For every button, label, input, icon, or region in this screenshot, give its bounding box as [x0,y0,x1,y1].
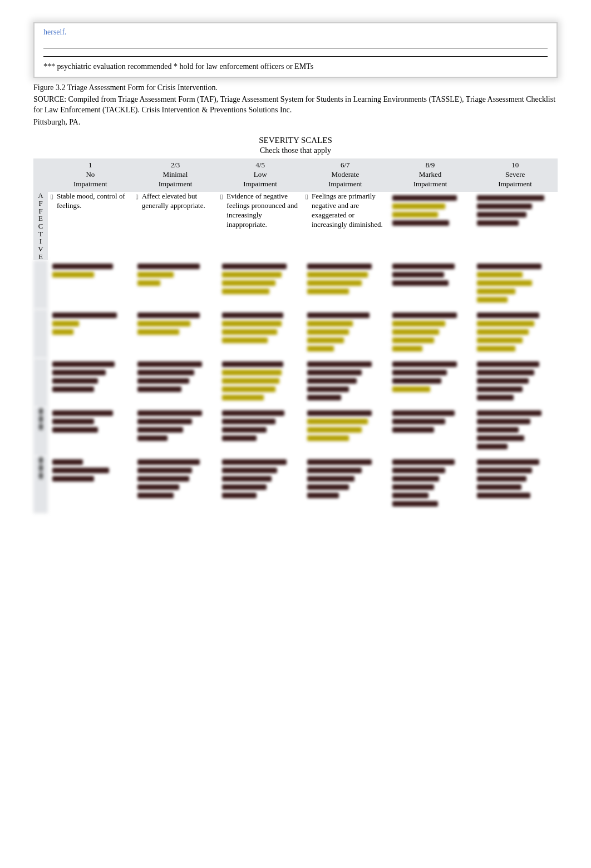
severity-subtitle: Check those that apply [33,146,558,155]
obscured-cell [48,260,133,309]
header-box: herself. *** psychiatric evaluation reco… [33,22,558,78]
corner-cell [33,158,48,192]
col-l1: Marked [389,170,472,180]
col-num: 10 [474,161,556,170]
obscured-cell [218,407,303,456]
cell-affective-1: ▯ Stable mood, control of feelings. [48,192,133,260]
obscured-cell [133,260,218,309]
obscured-cell [472,407,558,456]
figure-caption: Figure 3.2 Triage Assessment Form for Cr… [33,83,558,92]
col-l1: Severe [474,170,556,180]
obscured-cell [133,407,218,456]
col-l2: Impairment [49,180,132,189]
checkbox-icon[interactable]: ▯ [135,192,140,211]
obscured-cell [303,309,388,358]
footnote-text: *** psychiatric evaluation recommended *… [43,62,548,71]
obscured-cell [303,260,388,309]
col-header: 4/5 Low Impairment [218,158,303,192]
obscured-content [390,192,471,232]
table-row [33,358,558,407]
col-num: 2/3 [134,161,217,170]
col-l2: Impairment [219,180,302,189]
severity-title: SEVERITY SCALES [33,136,558,145]
obscured-cell [133,456,218,513]
cell-text: Feelings are primarily negative and are … [312,192,386,230]
obscured-cell [218,456,303,513]
col-header: 2/3 Minimal Impairment [133,158,218,192]
obscured-cell [388,309,473,358]
checkbox-icon[interactable]: ▯ [305,192,309,230]
blank-line [43,48,548,57]
obscured-cell [472,309,558,358]
table-row: ▮▮▮ [33,456,558,513]
obscured-cell [48,456,133,513]
severity-table: 1 No Impairment 2/3 Minimal Impairment 4… [33,158,558,513]
col-l1: Low [219,170,302,180]
row-label-obscured: ▮▮▮ [33,407,48,456]
table-row: AFFECTIVE ▯ Stable mood, control of feel… [33,192,558,260]
location-text: Pittsburgh, PA. [33,118,558,127]
col-l2: Impairment [389,180,472,189]
col-num: 6/7 [304,161,387,170]
obscured-cell [218,309,303,358]
obscured-cell [303,407,388,456]
severity-table-wrap: 1 No Impairment 2/3 Minimal Impairment 4… [33,158,558,513]
col-header: 8/9 Marked Impairment [388,158,473,192]
col-num: 1 [49,161,132,170]
cell-affective-3: ▯ Evidence of negative feelings pronounc… [218,192,303,260]
obscured-cell [388,407,473,456]
row-label-affective: AFFECTIVE [33,192,48,260]
col-header: 1 No Impairment [48,158,133,192]
obscured-cell [218,358,303,407]
cell-affective-5 [388,192,473,260]
source-text: SOURCE: Compiled from Triage Assessment … [33,95,558,116]
obscured-cell [388,260,473,309]
obscured-cell [133,309,218,358]
col-num: 4/5 [219,161,302,170]
row-label-obscured [33,358,48,407]
col-num: 8/9 [389,161,472,170]
blank-line [43,40,548,48]
cell-affective-6 [472,192,558,260]
obscured-cell [388,456,473,513]
cell-affective-2: ▯ Affect elevated but generally appropri… [133,192,218,260]
obscured-content [475,192,555,232]
cell-text: Affect elevated but generally appropriat… [142,192,216,211]
table-row [33,309,558,358]
obscured-cell [388,358,473,407]
obscured-cell [48,309,133,358]
col-l1: Moderate [304,170,387,180]
col-l1: Minimal [134,170,217,180]
row-label-obscured [33,309,48,358]
row-label-obscured [33,260,48,309]
table-row [33,260,558,309]
obscured-cell [48,407,133,456]
cell-affective-4: ▯ Feelings are primarily negative and ar… [303,192,388,260]
obscured-cell [472,358,558,407]
obscured-cell [472,260,558,309]
col-header: 10 Severe Impairment [472,158,558,192]
col-l2: Impairment [134,180,217,189]
col-l2: Impairment [474,180,556,189]
col-header: 6/7 Moderate Impairment [303,158,388,192]
obscured-cell [303,456,388,513]
obscured-cell [218,260,303,309]
obscured-cell [303,358,388,407]
checkbox-icon[interactable]: ▯ [220,192,224,230]
cell-text: Stable mood, control of feelings. [57,192,131,211]
table-row: ▮▮▮ [33,407,558,456]
obscured-cell [133,358,218,407]
obscured-cell [472,456,558,513]
row-label-obscured: ▮▮▮ [33,456,48,513]
obscured-cell [48,358,133,407]
cell-text: Evidence of negative feelings pronounced… [226,192,301,230]
col-l2: Impairment [304,180,387,189]
col-l1: No [49,170,132,180]
checkbox-icon[interactable]: ▯ [50,192,55,211]
fragment-text: herself. [43,28,548,37]
header-row: 1 No Impairment 2/3 Minimal Impairment 4… [33,158,558,192]
